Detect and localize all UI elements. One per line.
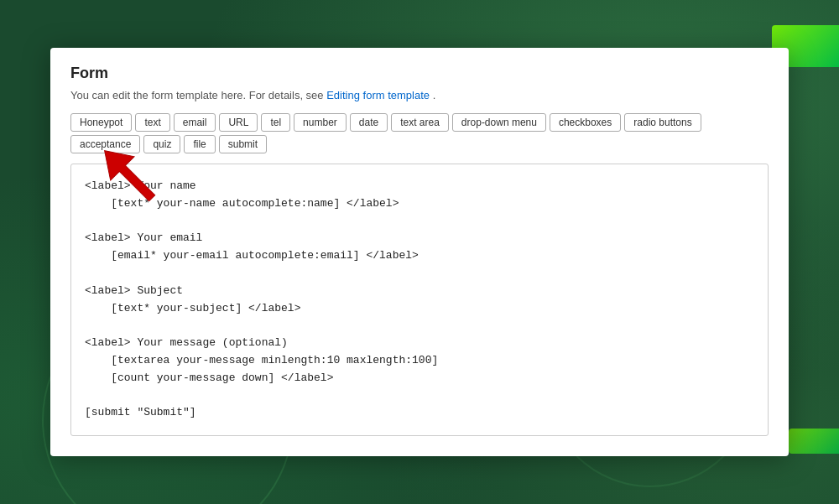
code-editor[interactable]: <label> Your name [text* your-name autoc… <box>70 164 769 436</box>
modal: Form You can edit the form template here… <box>50 48 789 456</box>
tag-btn-textarea[interactable]: text area <box>391 113 449 132</box>
tag-btn-date[interactable]: date <box>350 113 388 132</box>
modal-overlay: Form You can edit the form template here… <box>0 0 839 504</box>
tag-btn-url[interactable]: URL <box>219 113 258 132</box>
tag-btn-submit[interactable]: submit <box>219 135 267 153</box>
modal-title: Form <box>70 65 769 82</box>
modal-description: You can edit the form template here. For… <box>70 89 769 101</box>
tag-btn-checkboxes[interactable]: checkboxes <box>550 113 621 132</box>
tag-btn-honeypot[interactable]: Honeypot <box>70 113 132 132</box>
tag-btn-acceptance[interactable]: acceptance <box>70 135 140 153</box>
editing-form-template-link[interactable]: Editing form template <box>326 89 430 101</box>
tag-btn-tel[interactable]: tel <box>261 113 290 132</box>
tag-btn-quiz[interactable]: quiz <box>143 135 180 153</box>
tag-btn-file[interactable]: file <box>184 135 215 153</box>
tag-btn-radio[interactable]: radio buttons <box>624 113 701 132</box>
tag-btn-dropdown[interactable]: drop-down menu <box>452 113 546 132</box>
description-text: You can edit the form template here. For… <box>70 89 326 101</box>
tag-btn-text[interactable]: text <box>135 113 169 132</box>
description-period: . <box>433 89 436 101</box>
tag-btn-number[interactable]: number <box>294 113 347 132</box>
tag-btn-email[interactable]: email <box>174 113 216 132</box>
tag-buttons-container: Honeypot text email URL tel number date … <box>70 113 769 153</box>
